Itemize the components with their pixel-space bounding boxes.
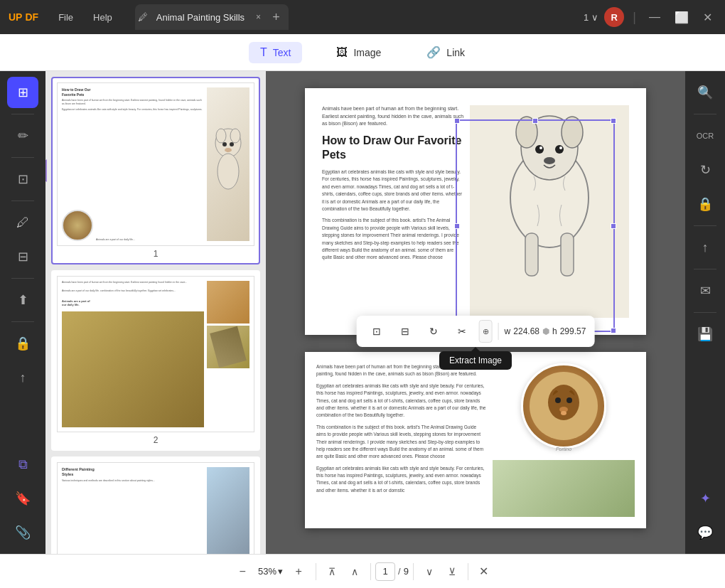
page-body-text-2: This combination is the subject of this … [322,217,464,261]
bar-sep-4 [468,563,468,580]
tab-close-button[interactable]: × [253,11,264,23]
right-lock-icon[interactable]: 🔒 [689,188,721,220]
maximize-button[interactable]: ⬜ [670,9,693,26]
window-close-button[interactable]: ✕ [699,9,716,26]
page-1-layout: Animals have been part of human art from… [322,105,629,318]
thumbnail-page-3[interactable]: Different PaintingStyles Various techniq… [51,456,260,554]
tab-add-button[interactable]: + [267,9,286,26]
sidebar-protect-icon[interactable]: 🔒 [7,328,38,359]
top-right-controls: 1 ∨ R | — ⬜ ✕ [584,7,725,27]
tab-title[interactable]: Animal Painting Skills [151,8,250,27]
minimize-button[interactable]: — [645,9,665,25]
svg-point-13 [555,145,564,154]
svg-point-16 [544,157,555,164]
image-tool[interactable]: 🖼 Image [325,42,392,63]
float-align-btn[interactable]: ⊟ [394,320,417,343]
main-area: ⊞ ✏ ⊡ 🖊 ⊟ ⬆ 🔒 ↑ ⧉ 🔖 📎 How to Draw OurFav… [0,71,725,554]
menu-file[interactable]: File [50,9,82,26]
top-menu: File Help [50,9,121,26]
page-1-text: Animals have been part of human art from… [322,105,470,318]
float-rotate-btn[interactable]: ↻ [422,320,445,343]
right-sep-1 [694,114,716,114]
image-tool-label: Image [353,47,381,58]
zoom-out-button[interactable]: − [230,559,255,584]
page-2-body-2: Egyptian art celebrates animals like cat… [316,383,487,419]
page-number-input[interactable] [375,562,395,581]
page-indicator[interactable]: 1 ∨ [584,12,598,23]
right-app-icon[interactable]: ✦ [689,483,721,514]
handle-bot-right[interactable] [611,328,616,333]
dog-drawing-svg [470,105,629,318]
right-search-icon[interactable]: 🔍 [689,77,721,108]
svg-point-3 [222,142,227,146]
sidebar-sep-1 [11,114,34,114]
sidebar-annotate-icon[interactable]: 🖊 [7,207,38,238]
page-title: How to Draw Our Favorite Pets [322,134,464,164]
zoom-level-display[interactable]: 53% ▾ [255,566,286,577]
bar-sep-3 [413,563,414,580]
sidebar-edit-icon[interactable]: ✏ [7,120,38,151]
user-avatar[interactable]: R [604,7,624,27]
page-2-right: Portino [493,363,635,517]
zoom-chevron-icon: ▾ [278,566,283,577]
zoom-percent: 53% [258,566,276,577]
sidebar-organize-icon[interactable]: ⊟ [7,241,38,272]
sidebar-sep-2 [11,157,34,158]
text-tool-icon: T [260,46,267,59]
sidebar-sep-4 [11,278,34,279]
page-2-text: Animals have been part of human art from… [316,363,487,517]
image-tool-icon: 🖼 [336,46,348,59]
page-1-container: Animals have been part of human art from… [305,88,646,335]
svg-point-21 [555,397,561,403]
sidebar-pages-icon[interactable]: ⊡ [7,164,38,195]
right-chat-icon[interactable]: 💬 [689,517,721,548]
sidebar-sep-3 [11,201,34,201]
zoom-in-button[interactable]: + [286,559,311,584]
right-save-icon[interactable]: 💾 [689,319,721,350]
menu-help[interactable]: Help [85,9,121,26]
link-tool[interactable]: 🔗 Link [415,41,476,63]
thumbnail-page-2[interactable]: Animals have been part of human art from… [51,270,260,451]
float-replace-btn[interactable]: ⊕ [479,320,493,343]
bottom-close-button[interactable]: ✕ [473,560,495,583]
document-area: Animals have been part of human art from… [266,71,685,554]
nav-top-button[interactable]: ⊼ [321,560,343,583]
right-upload-icon[interactable]: ↑ [689,232,721,263]
text-tool[interactable]: T Text [249,42,302,63]
nav-up-button[interactable]: ∧ [343,560,366,583]
thumb-img-2: Animals have been part of human art from… [57,276,254,432]
app-logo: UPDF [9,11,38,23]
nav-down-button[interactable]: ∨ [418,560,441,583]
svg-point-22 [566,397,572,403]
float-position-btn[interactable]: ⊡ [365,320,388,343]
sidebar-share-icon[interactable]: ↑ [7,362,38,393]
right-sep-3 [694,269,716,269]
right-mail-icon[interactable]: ✉ [689,275,721,306]
bottom-bar: − 53% ▾ + ⊼ ∧ / 9 ∨ ⊻ ✕ [0,554,725,588]
edit-toolbar: T Text 🖼 Image 🔗 Link [0,34,725,71]
svg-point-1 [216,129,226,143]
svg-point-14 [539,146,542,149]
page-total: 9 [404,566,409,577]
sidebar-attachment-icon[interactable]: 📎 [7,517,38,548]
right-ocr-icon[interactable]: OCR [689,120,721,151]
sidebar-extract-icon[interactable]: ⬆ [7,284,38,316]
thumbnail-page-1[interactable]: How to Draw OurFavorite Pets Animals hav… [51,77,260,264]
svg-point-2 [230,129,240,143]
tab-icon: 🖉 [138,11,148,23]
h-label: h [552,326,557,336]
page-chevron-icon: ∨ [591,12,598,23]
logo-up: UP [9,11,22,23]
sidebar-layers-icon[interactable]: ⧉ [7,449,38,480]
logo-pdf: DF [25,11,38,23]
svg-point-6 [218,154,239,189]
float-crop-btn[interactable]: ✂ [451,320,473,343]
w-label: w [505,326,511,336]
nav-bottom-button[interactable]: ⊻ [441,560,463,583]
sidebar-bookmark-icon[interactable]: 🔖 [7,483,38,514]
right-sidebar: 🔍 OCR ↻ 🔒 ↑ ✉ 💾 ✦ 💬 [685,71,725,554]
sidebar-sep-5 [11,321,34,322]
sidebar-thumbnail-icon[interactable]: ⊞ [7,77,38,108]
right-refresh-icon[interactable]: ↻ [689,154,721,186]
thumb-img-3: Different PaintingStyles Various techniq… [57,462,254,554]
